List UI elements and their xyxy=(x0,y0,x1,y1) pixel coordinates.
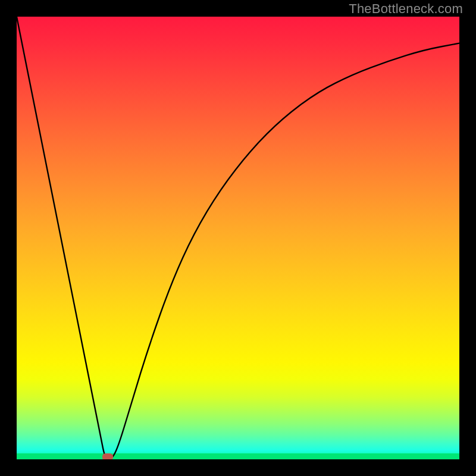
plot-area xyxy=(17,17,459,459)
chart-frame: TheBottleneck.com xyxy=(0,0,476,476)
curve-layer xyxy=(17,17,459,459)
watermark-text: TheBottleneck.com xyxy=(349,1,463,17)
bottleneck-curve xyxy=(17,17,459,459)
optimum-marker xyxy=(102,453,113,459)
